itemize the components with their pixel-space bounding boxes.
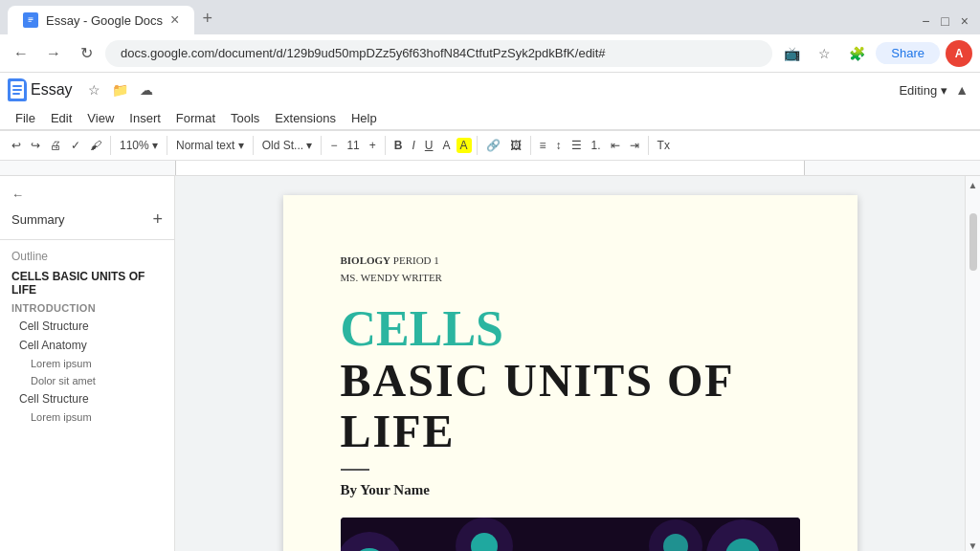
toolbar-separator-5 — [385, 136, 386, 155]
sidebar-back-button[interactable]: ← — [0, 184, 174, 206]
numbered-list-button[interactable]: 1. — [588, 137, 605, 154]
back-arrow-icon: ← — [11, 187, 24, 202]
docs-title-bar: Essay ☆ 📁 ☁ Editing ▾ ▲ — [0, 73, 980, 107]
doc-area[interactable]: BIOLOGY PERIOD 1 MS. WENDY WRITER CELLS … — [175, 176, 965, 551]
scrollbar-thumb[interactable] — [969, 213, 977, 271]
docs-favicon — [23, 12, 38, 28]
undo-button[interactable]: ↩ — [8, 137, 25, 154]
address-bar[interactable]: docs.google.com/document/d/129b9ud50mpDZ… — [105, 40, 772, 67]
toolbar-separator-7 — [530, 136, 531, 155]
outline-item-cell-anatomy[interactable]: Cell Anatomy — [0, 336, 174, 355]
paint-format-button[interactable]: 🖌 — [86, 137, 105, 154]
docs-toolbar: ↩ ↪ 🖨 ✓ 🖌 110% ▾ Normal text ▾ Old St...… — [0, 130, 980, 161]
outline-item-lorem-ipsum-1[interactable]: Lorem ipsum — [0, 355, 174, 372]
active-tab[interactable]: Essay - Google Docs × — [8, 6, 194, 34]
sidebar-outline-label: Outline — [0, 246, 174, 267]
underline-button[interactable]: U — [421, 137, 437, 154]
doc-header-line1: BIOLOGY PERIOD 1 — [341, 253, 800, 270]
align-button[interactable]: ≡ — [536, 137, 550, 154]
outline-item-cell-structure-1[interactable]: Cell Structure — [0, 317, 174, 336]
user-avatar[interactable]: A — [946, 40, 972, 67]
menu-edit[interactable]: Edit — [43, 107, 79, 129]
spellcheck-button[interactable]: ✓ — [67, 137, 84, 154]
maximize-button[interactable]: □ — [937, 11, 952, 31]
tab-close-button[interactable]: × — [170, 11, 179, 29]
cast-button[interactable]: 📺 — [778, 40, 805, 67]
svg-rect-1 — [29, 18, 33, 19]
menu-help[interactable]: Help — [344, 107, 385, 129]
url-text: docs.google.com/document/d/129b9ud50mpDZ… — [121, 46, 606, 60]
outline-item-dolor-sit[interactable]: Dolor sit amet — [0, 372, 174, 389]
reload-button[interactable]: ↻ — [73, 40, 100, 67]
forward-button[interactable]: → — [40, 40, 67, 67]
editing-dropdown-icon[interactable]: ▾ — [941, 83, 947, 98]
line-spacing-button[interactable]: ↕ — [552, 137, 566, 154]
doc-biology-bold: BIOLOGY — [341, 254, 391, 266]
svg-rect-2 — [29, 19, 33, 20]
nav-bar: ← → ↻ docs.google.com/document/d/129b9ud… — [0, 34, 980, 73]
toolbar-separator-6 — [477, 136, 478, 155]
doc-byname: By Your Name — [341, 482, 800, 498]
style-select[interactable]: Normal text ▾ — [172, 137, 248, 154]
close-window-button[interactable]: × — [957, 11, 972, 31]
doc-title-cells: CELLS — [341, 301, 800, 356]
font-size-decrease[interactable]: − — [326, 137, 341, 154]
scroll-down-button[interactable]: ▼ — [969, 540, 978, 551]
link-button[interactable]: 🔗 — [482, 137, 504, 154]
doc-title-basic: BASIC UNITS OF LIFE — [341, 356, 800, 457]
menu-file[interactable]: File — [8, 107, 43, 129]
outline-item-cell-structure-2[interactable]: Cell Structure — [0, 389, 174, 408]
font-size-value[interactable]: 11 — [343, 137, 363, 154]
clear-format-button[interactable]: Tx — [654, 137, 674, 154]
tab-title: Essay - Google Docs — [46, 13, 163, 28]
bookmark-button[interactable]: ☆ — [811, 40, 837, 67]
back-button[interactable]: ← — [8, 40, 34, 67]
collapse-button[interactable]: ▲ — [951, 80, 972, 99]
docs-logo-icon — [8, 78, 27, 101]
cloud-icon-button[interactable]: ☁ — [136, 80, 157, 99]
main-area: ← Summary + Outline CELLS BASIC UNITS OF… — [0, 176, 980, 551]
toolbar-separator-1 — [110, 136, 111, 155]
text-color-button[interactable]: A — [438, 137, 454, 154]
sidebar-add-button[interactable]: + — [152, 209, 163, 230]
menu-insert[interactable]: Insert — [122, 107, 168, 129]
menu-tools[interactable]: Tools — [223, 107, 267, 129]
outline-item-cells-title[interactable]: CELLS BASIC UNITS OF LIFE — [0, 267, 174, 299]
redo-button[interactable]: ↪ — [27, 137, 44, 154]
zoom-select[interactable]: 110% ▾ — [116, 137, 162, 154]
indent-increase-button[interactable]: ⇥ — [626, 137, 643, 154]
menu-extensions[interactable]: Extensions — [267, 107, 344, 129]
outline-section-intro[interactable]: INTRODUCTION — [0, 299, 174, 317]
right-panel: ▲ ▼ — [965, 176, 980, 551]
image-button[interactable]: 🖼 — [506, 137, 525, 154]
menu-format[interactable]: Format — [168, 107, 223, 129]
folder-icon-button[interactable]: 📁 — [108, 80, 132, 99]
editing-badge: Editing ▾ — [899, 83, 947, 98]
doc-page: BIOLOGY PERIOD 1 MS. WENDY WRITER CELLS … — [283, 195, 858, 551]
share-button[interactable]: Share — [876, 42, 940, 64]
print-button[interactable]: 🖨 — [46, 137, 65, 154]
doc-header-line2: MS. WENDY WRITER — [341, 270, 800, 287]
sidebar-summary-section: Summary + — [0, 206, 174, 233]
toolbar-separator-8 — [648, 136, 649, 155]
bold-button[interactable]: B — [390, 137, 407, 154]
minimize-button[interactable]: − — [918, 11, 933, 31]
toolbar-separator-3 — [253, 136, 254, 155]
italic-button[interactable]: I — [408, 137, 418, 154]
extensions-button[interactable]: 🧩 — [843, 40, 870, 67]
menu-view[interactable]: View — [79, 107, 122, 129]
new-tab-button[interactable]: + — [194, 5, 220, 33]
font-size-increase[interactable]: + — [366, 137, 380, 154]
list-button[interactable]: ☰ — [568, 137, 586, 154]
doc-title-divider — [341, 469, 369, 471]
highlight-button[interactable]: A — [457, 138, 472, 153]
tab-bar: Essay - Google Docs × + − □ × — [0, 0, 980, 34]
svg-rect-3 — [29, 21, 32, 22]
star-icon-button[interactable]: ☆ — [84, 80, 104, 99]
doc-period-text: PERIOD 1 — [390, 254, 439, 266]
docs-title: Essay — [31, 81, 73, 99]
outline-item-lorem-ipsum-2[interactable]: Lorem ipsum — [0, 408, 174, 426]
font-select[interactable]: Old St... ▾ — [258, 137, 317, 154]
scroll-up-button[interactable]: ▲ — [969, 180, 978, 190]
indent-decrease-button[interactable]: ⇤ — [607, 137, 624, 154]
